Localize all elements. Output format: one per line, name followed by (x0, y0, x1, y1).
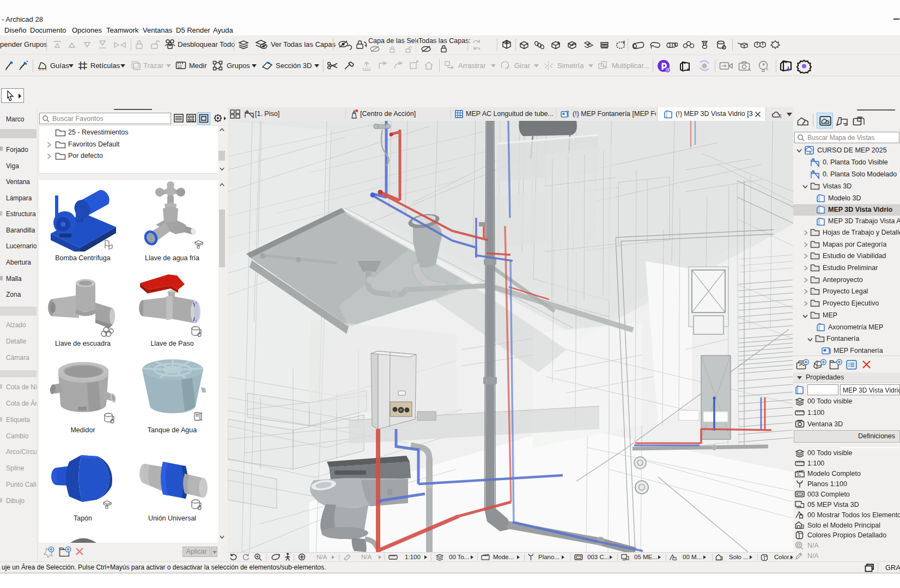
svg-text:12: 12 (178, 65, 182, 69)
